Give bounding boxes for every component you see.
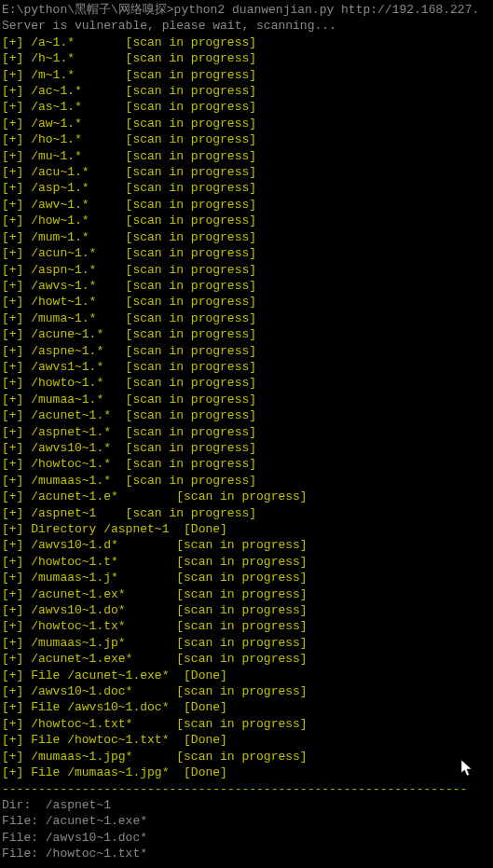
scan-output-line: [+] /h~1.* [scan in progress] [2,50,491,66]
scan-output-line: [+] /howtoc~1.txt* [scan in progress] [2,716,491,732]
scan-output-line: [+] File /acunet~1.exe* [Done] [2,668,491,683]
scan-output-line: [+] File /awvs10~1.doc* [Done] [2,699,491,715]
scan-output-line: [+] /awvs10~1.do* [scan in progress] [2,602,491,618]
scan-output-line: [+] /how~1.* [scan in progress] [2,213,491,228]
scan-output-line: [+] Directory /aspnet~1 [Done] [2,521,491,537]
scan-output-line: [+] /a~1.* [scan in progress] [2,34,491,50]
scan-output-line: [+] /muma~1.* [scan in progress] [2,310,491,326]
scan-output-line: [+] /awvs1~1.* [scan in progress] [2,359,491,375]
scan-output-line: [+] /acunet~1.e* [scan in progress] [2,489,491,504]
scan-output-line: [+] /aspne~1.* [scan in progress] [2,343,491,359]
results-container: Dir: /aspnet~1File: /acunet~1.exe*File: … [2,797,491,862]
scan-output-line: [+] /mumaa~1.* [scan in progress] [2,392,491,407]
scan-output-container: [+] /a~1.* [scan in progress][+] /h~1.* … [2,34,491,781]
scan-output-line: [+] /mumaas~1.jpg* [scan in progress] [2,749,491,765]
scan-output-line: [+] /mumaas~1.j* [scan in progress] [2,570,491,586]
scan-output-line: [+] /acu~1.* [scan in progress] [2,164,491,180]
scan-output-line: [+] /acune~1.* [scan in progress] [2,326,491,342]
result-line: File: /acunet~1.exe* [2,813,491,829]
scan-output-line: [+] /howtoc~1.t* [scan in progress] [2,554,491,570]
status-message: Server is vulnerable, please wait, scann… [2,18,491,34]
scan-output-line: [+] File /howtoc~1.txt* [Done] [2,732,491,748]
scan-output-line: [+] /howtoc~1.* [scan in progress] [2,456,491,472]
scan-output-line: [+] File /mumaas~1.jpg* [Done] [2,765,491,780]
scan-output-line: [+] /howtoc~1.tx* [scan in progress] [2,618,491,634]
scan-output-line: [+] /asp~1.* [scan in progress] [2,180,491,196]
separator-line: ----------------------------------------… [2,781,491,797]
scan-output-line: [+] /mu~1.* [scan in progress] [2,148,491,164]
scan-output-line: [+] /mumaas~1.jp* [scan in progress] [2,635,491,651]
scan-output-line: [+] /acunet~1.ex* [scan in progress] [2,586,491,602]
scan-output-line: [+] /acunet~1.* [scan in progress] [2,407,491,423]
scan-output-line: [+] /aw~1.* [scan in progress] [2,116,491,131]
scan-output-line: [+] /howt~1.* [scan in progress] [2,294,491,310]
command-prompt: E:\python\黑帽子\网络嗅探>python2 duanwenjian.p… [2,2,491,18]
result-line: File: /awvs10~1.doc* [2,830,491,846]
result-line: Dir: /aspnet~1 [2,797,491,813]
scan-output-line: [+] /aspnet~1 [scan in progress] [2,505,491,521]
scan-output-line: [+] /awvs10~1.d* [scan in progress] [2,537,491,553]
scan-output-line: [+] /as~1.* [scan in progress] [2,99,491,115]
scan-output-line: [+] /awvs10~1.* [scan in progress] [2,440,491,456]
scan-output-line: [+] /ho~1.* [scan in progress] [2,131,491,147]
scan-output-line: [+] /aspn~1.* [scan in progress] [2,262,491,278]
scan-output-line: [+] /mum~1.* [scan in progress] [2,229,491,245]
result-line: File: /howtoc~1.txt* [2,846,491,861]
scan-output-line: [+] /acunet~1.exe* [scan in progress] [2,651,491,667]
scan-output-line: [+] /howto~1.* [scan in progress] [2,375,491,391]
scan-output-line: [+] /acun~1.* [scan in progress] [2,245,491,261]
scan-output-line: [+] /awvs10~1.doc* [scan in progress] [2,683,491,699]
scan-output-line: [+] /ac~1.* [scan in progress] [2,83,491,99]
scan-output-line: [+] /awvs~1.* [scan in progress] [2,278,491,294]
scan-output-line: [+] /mumaas~1.* [scan in progress] [2,473,491,489]
scan-output-line: [+] /aspnet~1.* [scan in progress] [2,424,491,440]
scan-output-line: [+] /awv~1.* [scan in progress] [2,197,491,213]
scan-output-line: [+] /m~1.* [scan in progress] [2,67,491,83]
